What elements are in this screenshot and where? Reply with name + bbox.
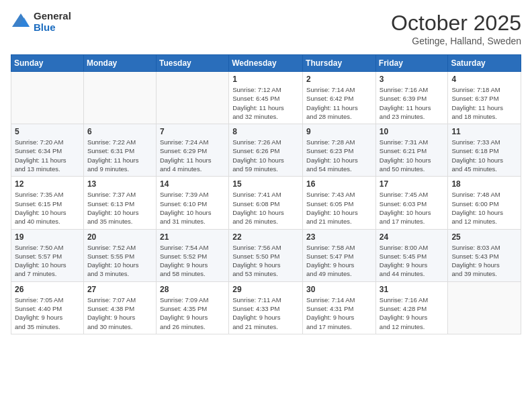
calendar-cell: 6Sunrise: 7:22 AM Sunset: 6:31 PM Daylig… [83,124,156,177]
day-info: Sunrise: 7:39 AM Sunset: 6:10 PM Dayligh… [160,190,225,226]
weekday-header-row: SundayMondayTuesdayWednesdayThursdayFrid… [11,55,521,72]
day-info: Sunrise: 7:48 AM Sunset: 6:00 PM Dayligh… [451,190,517,226]
calendar-cell: 25Sunrise: 8:03 AM Sunset: 5:43 PM Dayli… [448,229,521,281]
calendar-week-5: 26Sunrise: 7:05 AM Sunset: 4:40 PM Dayli… [11,281,521,334]
day-number: 13 [87,179,152,189]
day-info: Sunrise: 7:37 AM Sunset: 6:13 PM Dayligh… [87,190,152,226]
weekday-header-thursday: Thursday [303,55,376,72]
calendar-cell: 10Sunrise: 7:31 AM Sunset: 6:21 PM Dayli… [375,124,448,177]
day-number: 26 [15,285,80,294]
day-info: Sunrise: 7:31 AM Sunset: 6:21 PM Dayligh… [380,138,445,173]
day-number: 14 [160,179,225,189]
day-number: 19 [15,232,80,242]
day-info: Sunrise: 7:35 AM Sunset: 6:15 PM Dayligh… [15,190,80,226]
day-number: 4 [451,75,517,84]
day-number: 30 [306,285,372,294]
day-number: 25 [451,232,517,242]
calendar-cell: 12Sunrise: 7:35 AM Sunset: 6:15 PM Dayli… [11,177,84,229]
weekday-header-sunday: Sunday [11,55,84,72]
calendar-cell: 29Sunrise: 7:11 AM Sunset: 4:33 PM Dayli… [229,281,303,334]
day-info: Sunrise: 7:58 AM Sunset: 5:47 PM Dayligh… [306,243,372,279]
day-info: Sunrise: 7:12 AM Sunset: 6:45 PM Dayligh… [232,85,299,121]
calendar-cell: 28Sunrise: 7:09 AM Sunset: 4:35 PM Dayli… [156,281,228,334]
day-info: Sunrise: 7:33 AM Sunset: 6:18 PM Dayligh… [451,138,517,173]
day-number: 16 [306,179,372,189]
calendar-cell: 19Sunrise: 7:50 AM Sunset: 5:57 PM Dayli… [11,229,84,281]
day-number: 5 [15,127,80,136]
calendar-cell: 31Sunrise: 7:16 AM Sunset: 4:28 PM Dayli… [375,281,448,334]
calendar-cell: 18Sunrise: 7:48 AM Sunset: 6:00 PM Dayli… [448,177,521,229]
day-info: Sunrise: 7:05 AM Sunset: 4:40 PM Dayligh… [15,295,80,331]
day-number: 2 [306,75,372,84]
calendar-cell: 14Sunrise: 7:39 AM Sunset: 6:10 PM Dayli… [156,177,228,229]
day-number: 9 [306,127,372,136]
day-info: Sunrise: 7:18 AM Sunset: 6:37 PM Dayligh… [451,85,517,121]
day-number: 18 [451,179,517,189]
calendar-cell: 30Sunrise: 7:14 AM Sunset: 4:31 PM Dayli… [303,281,376,334]
day-number: 12 [15,179,80,189]
day-info: Sunrise: 8:03 AM Sunset: 5:43 PM Dayligh… [451,243,517,279]
calendar-cell: 15Sunrise: 7:41 AM Sunset: 6:08 PM Dayli… [229,177,303,229]
day-number: 8 [232,127,299,136]
day-number: 27 [87,285,152,294]
logo-blue-text: Blue [34,22,71,34]
location: Getinge, Halland, Sweden [391,36,521,46]
calendar-cell: 2Sunrise: 7:14 AM Sunset: 6:42 PM Daylig… [303,72,376,124]
page: General Blue October 2025 Getinge, Halla… [0,0,532,411]
weekday-header-saturday: Saturday [448,55,521,72]
day-info: Sunrise: 7:09 AM Sunset: 4:35 PM Dayligh… [160,295,225,331]
day-number: 15 [232,179,299,189]
logo-icon [11,12,31,32]
day-number: 20 [87,232,152,242]
calendar-cell: 7Sunrise: 7:24 AM Sunset: 6:29 PM Daylig… [156,124,228,177]
day-info: Sunrise: 8:00 AM Sunset: 5:45 PM Dayligh… [380,243,445,279]
calendar-cell: 26Sunrise: 7:05 AM Sunset: 4:40 PM Dayli… [11,281,84,334]
calendar-cell: 13Sunrise: 7:37 AM Sunset: 6:13 PM Dayli… [83,177,156,229]
calendar-cell [11,72,84,124]
calendar-cell: 24Sunrise: 8:00 AM Sunset: 5:45 PM Dayli… [375,229,448,281]
calendar-cell: 1Sunrise: 7:12 AM Sunset: 6:45 PM Daylig… [229,72,303,124]
day-number: 10 [380,127,445,136]
day-info: Sunrise: 7:45 AM Sunset: 6:03 PM Dayligh… [380,190,445,226]
day-number: 21 [160,232,225,242]
calendar: SundayMondayTuesdayWednesdayThursdayFrid… [11,54,521,334]
weekday-header-tuesday: Tuesday [156,55,228,72]
calendar-cell: 8Sunrise: 7:26 AM Sunset: 6:26 PM Daylig… [229,124,303,177]
day-number: 23 [306,232,372,242]
day-info: Sunrise: 7:07 AM Sunset: 4:38 PM Dayligh… [87,295,152,331]
calendar-cell: 20Sunrise: 7:52 AM Sunset: 5:55 PM Dayli… [83,229,156,281]
day-number: 22 [232,232,299,242]
day-info: Sunrise: 7:41 AM Sunset: 6:08 PM Dayligh… [232,190,299,226]
day-info: Sunrise: 7:26 AM Sunset: 6:26 PM Dayligh… [232,138,299,173]
day-info: Sunrise: 7:28 AM Sunset: 6:23 PM Dayligh… [306,138,372,173]
calendar-cell: 16Sunrise: 7:43 AM Sunset: 6:05 PM Dayli… [303,177,376,229]
calendar-cell: 5Sunrise: 7:20 AM Sunset: 6:34 PM Daylig… [11,124,84,177]
header: General Blue October 2025 Getinge, Halla… [11,11,521,46]
calendar-cell [156,72,228,124]
logo: General Blue [11,11,71,33]
calendar-cell [83,72,156,124]
calendar-cell: 21Sunrise: 7:54 AM Sunset: 5:52 PM Dayli… [156,229,228,281]
title-area: October 2025 Getinge, Halland, Sweden [391,11,521,46]
calendar-cell: 22Sunrise: 7:56 AM Sunset: 5:50 PM Dayli… [229,229,303,281]
day-info: Sunrise: 7:56 AM Sunset: 5:50 PM Dayligh… [232,243,299,279]
day-number: 17 [380,179,445,189]
calendar-cell: 9Sunrise: 7:28 AM Sunset: 6:23 PM Daylig… [303,124,376,177]
day-info: Sunrise: 7:54 AM Sunset: 5:52 PM Dayligh… [160,243,225,279]
day-info: Sunrise: 7:11 AM Sunset: 4:33 PM Dayligh… [232,295,299,331]
logo-general-text: General [34,11,71,22]
logo-text: General Blue [34,11,71,33]
day-number: 11 [451,127,517,136]
calendar-week-2: 5Sunrise: 7:20 AM Sunset: 6:34 PM Daylig… [11,124,521,177]
calendar-week-4: 19Sunrise: 7:50 AM Sunset: 5:57 PM Dayli… [11,229,521,281]
calendar-cell: 3Sunrise: 7:16 AM Sunset: 6:39 PM Daylig… [375,72,448,124]
calendar-week-1: 1Sunrise: 7:12 AM Sunset: 6:45 PM Daylig… [11,72,521,124]
day-info: Sunrise: 7:50 AM Sunset: 5:57 PM Dayligh… [15,243,80,279]
calendar-cell: 27Sunrise: 7:07 AM Sunset: 4:38 PM Dayli… [83,281,156,334]
day-info: Sunrise: 7:22 AM Sunset: 6:31 PM Dayligh… [87,138,152,173]
day-info: Sunrise: 7:20 AM Sunset: 6:34 PM Dayligh… [15,138,80,173]
day-info: Sunrise: 7:52 AM Sunset: 5:55 PM Dayligh… [87,243,152,279]
day-info: Sunrise: 7:14 AM Sunset: 4:31 PM Dayligh… [306,295,372,331]
weekday-header-wednesday: Wednesday [229,55,303,72]
month-title: October 2025 [391,11,521,36]
